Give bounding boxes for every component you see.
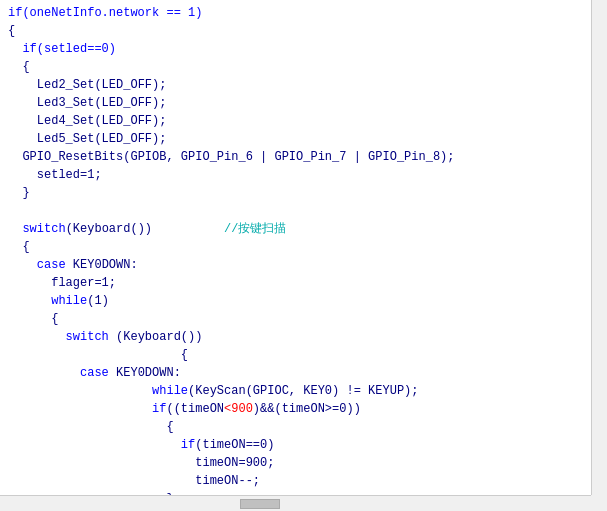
code-token: { (8, 60, 30, 74)
code-line: setled=1; (8, 166, 599, 184)
code-token: timeON=900; (8, 456, 274, 470)
code-token (8, 114, 37, 128)
code-token (8, 78, 37, 92)
code-token (8, 366, 80, 380)
code-line: { (8, 58, 599, 76)
code-token: Led3_Set (37, 96, 95, 110)
code-token: case (37, 258, 66, 272)
code-line: Led5_Set(LED_OFF); (8, 130, 599, 148)
code-token: timeON--; (8, 474, 260, 488)
code-line: { (8, 310, 599, 328)
code-line: if(setled==0) (8, 40, 599, 58)
code-token: (LED_OFF); (94, 132, 166, 146)
scrollbar-corner (591, 495, 607, 511)
code-line: switch(Keyboard()) //按键扫描 (8, 220, 599, 238)
code-line: if(oneNetInfo.network == 1) (8, 4, 599, 22)
vertical-scrollbar[interactable] (591, 0, 607, 495)
code-line: while(KeyScan(GPIOC, KEY0) != KEYUP); (8, 382, 599, 400)
code-token: switch (22, 222, 65, 236)
code-token: switch (66, 330, 109, 344)
code-token: { (8, 420, 174, 434)
code-token: } (8, 186, 30, 200)
code-line: flager=1; (8, 274, 599, 292)
code-line: if(timeON==0) (8, 436, 599, 454)
code-line: case KEY0DOWN: (8, 256, 599, 274)
code-token: while (51, 294, 87, 308)
code-token: if (152, 402, 166, 416)
code-token (8, 402, 152, 416)
code-line: { (8, 238, 599, 256)
code-token (8, 384, 152, 398)
code-line: { (8, 346, 599, 364)
code-token (8, 132, 37, 146)
code-token: { (8, 312, 58, 326)
code-token: (Keyboard()) (66, 222, 224, 236)
code-line: Led4_Set(LED_OFF); (8, 112, 599, 130)
code-token (8, 330, 66, 344)
code-token: setled=1; (8, 168, 102, 182)
editor-container: if(oneNetInfo.network == 1){ if(setled==… (0, 0, 607, 511)
code-token: Led5_Set (37, 132, 95, 146)
code-line: GPIO_ResetBits(GPIOB, GPIO_Pin_6 | GPIO_… (8, 148, 599, 166)
code-token: (LED_OFF); (94, 78, 166, 92)
code-line: { (8, 418, 599, 436)
code-token: if(setled==0) (22, 42, 116, 56)
code-line: Led3_Set(LED_OFF); (8, 94, 599, 112)
code-line: case KEY0DOWN: (8, 364, 599, 382)
code-token: <900 (224, 402, 253, 416)
horizontal-scrollbar[interactable] (0, 495, 591, 511)
code-token (8, 294, 51, 308)
code-token: case (80, 366, 109, 380)
code-token: KEY0DOWN: (109, 366, 181, 380)
code-line: { (8, 22, 599, 40)
code-token: Led2_Set (37, 78, 95, 92)
code-token: flager=1; (8, 276, 116, 290)
code-token: GPIO_ResetBits (22, 150, 123, 164)
code-token: //按键扫描 (224, 222, 286, 236)
code-token: (1) (87, 294, 109, 308)
scrollbar-h-thumb[interactable] (240, 499, 280, 509)
code-token (8, 42, 22, 56)
code-token: (LED_OFF); (94, 96, 166, 110)
code-line: timeON--; (8, 472, 599, 490)
code-token: { (8, 240, 30, 254)
code-token: KEY0DOWN: (66, 258, 138, 272)
code-token: (Keyboard()) (109, 330, 203, 344)
code-line: timeON=900; (8, 454, 599, 472)
code-line: } (8, 184, 599, 202)
code-token: Led4_Set (37, 114, 95, 128)
code-line: if((timeON<900)&&(timeON>=0)) (8, 400, 599, 418)
code-area[interactable]: if(oneNetInfo.network == 1){ if(setled==… (0, 0, 607, 511)
code-token: if (181, 438, 195, 452)
code-token: { (8, 348, 188, 362)
code-line: switch (Keyboard()) (8, 328, 599, 346)
code-token: ((timeON (166, 402, 224, 416)
code-line (8, 202, 599, 220)
code-token (8, 222, 22, 236)
code-token: (GPIOB, GPIO_Pin_6 | GPIO_Pin_7 | GPIO_P… (123, 150, 454, 164)
code-token: (LED_OFF); (94, 114, 166, 128)
code-line: while(1) (8, 292, 599, 310)
code-token (8, 150, 22, 164)
code-token: while (152, 384, 188, 398)
code-token (8, 96, 37, 110)
code-token (8, 258, 37, 272)
code-token: (timeON==0) (195, 438, 274, 452)
code-token: if(oneNetInfo.network == 1) (8, 6, 202, 20)
code-token (8, 438, 181, 452)
code-token: )&&(timeON>=0)) (253, 402, 361, 416)
code-token: (KeyScan(GPIOC, KEY0) != KEYUP); (188, 384, 418, 398)
code-token: { (8, 24, 15, 38)
code-line: Led2_Set(LED_OFF); (8, 76, 599, 94)
